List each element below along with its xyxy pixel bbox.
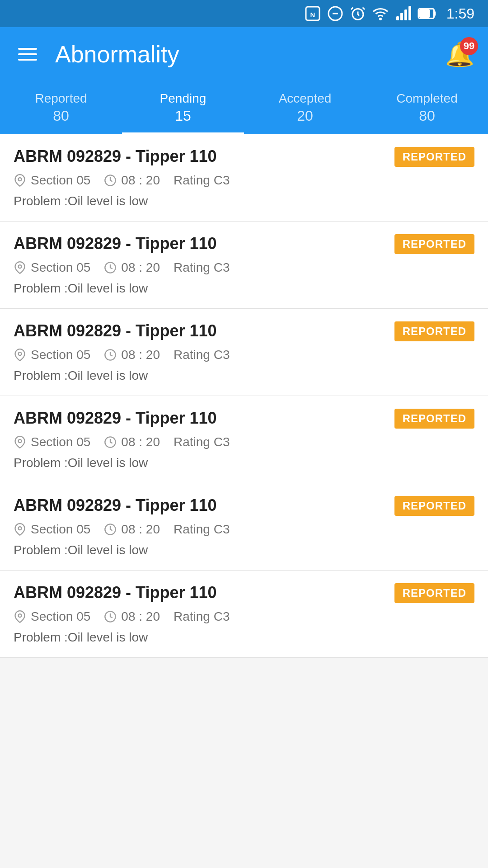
rating-text-4: Rating C3 — [174, 522, 230, 537]
tab-completed-count: 80 — [419, 108, 435, 124]
svg-point-15 — [19, 178, 22, 181]
svg-rect-14 — [420, 10, 429, 17]
section-text-2: Section 05 — [31, 348, 90, 362]
list-item[interactable]: ABRM 092829 - Tipper 110 REPORTED Sectio… — [0, 309, 488, 396]
notification-icon-wrap: 🔔 99 — [445, 41, 474, 68]
list-item[interactable]: ABRM 092829 - Tipper 110 REPORTED Sectio… — [0, 396, 488, 483]
location-meta-0: Section 05 — [14, 173, 90, 188]
list-item[interactable]: ABRM 092829 - Tipper 110 REPORTED Sectio… — [0, 483, 488, 571]
tabs-container: Reported 80 Pending 15 Accepted 20 Compl… — [0, 81, 488, 134]
location-meta-5: Section 05 — [14, 609, 90, 624]
tab-reported-count: 80 — [53, 108, 69, 124]
tab-pending[interactable]: Pending 15 — [122, 81, 244, 134]
location-icon-4 — [14, 523, 26, 536]
clock-icon-4 — [104, 523, 117, 536]
location-meta-1: Section 05 — [14, 260, 90, 275]
rating-text-3: Rating C3 — [174, 435, 230, 449]
tab-accepted-label: Accepted — [279, 91, 332, 106]
rating-meta-4: Rating C3 — [174, 522, 230, 537]
clock-icon-1 — [104, 261, 117, 274]
time-text-2: 08 : 20 — [121, 348, 160, 362]
svg-point-25 — [19, 614, 22, 617]
time-meta-0: 08 : 20 — [104, 173, 160, 188]
notification-badge: 99 — [460, 37, 478, 55]
item-title-4: ABRM 092829 - Tipper 110 — [14, 496, 217, 515]
location-icon-3 — [14, 436, 26, 448]
item-title-2: ABRM 092829 - Tipper 110 — [14, 321, 217, 340]
status-badge-3: REPORTED — [394, 409, 474, 429]
status-bar: N — [0, 0, 488, 27]
status-badge-1: REPORTED — [394, 234, 474, 254]
list-item-header-0: ABRM 092829 - Tipper 110 REPORTED — [14, 147, 474, 167]
svg-point-7 — [380, 19, 381, 20]
problem-text-0: Problem :Oil level is low — [14, 194, 474, 208]
location-meta-4: Section 05 — [14, 522, 90, 537]
time-meta-4: 08 : 20 — [104, 522, 160, 537]
svg-point-17 — [19, 265, 22, 268]
svg-rect-10 — [404, 9, 407, 20]
rating-text-2: Rating C3 — [174, 348, 230, 362]
list-item[interactable]: ABRM 092829 - Tipper 110 REPORTED Sectio… — [0, 571, 488, 658]
time-meta-5: 08 : 20 — [104, 609, 160, 624]
tab-reported-label: Reported — [35, 91, 87, 106]
rating-meta-2: Rating C3 — [174, 348, 230, 362]
hamburger-button[interactable] — [14, 43, 42, 65]
time-meta-3: 08 : 20 — [104, 435, 160, 449]
location-icon-2 — [14, 349, 26, 361]
item-meta-3: Section 05 08 : 20 Rating C3 — [14, 435, 474, 449]
svg-rect-8 — [396, 16, 399, 20]
time-text-5: 08 : 20 — [121, 609, 160, 624]
list-item-header-3: ABRM 092829 - Tipper 110 REPORTED — [14, 409, 474, 429]
list-item-header-4: ABRM 092829 - Tipper 110 REPORTED — [14, 496, 474, 516]
section-text-4: Section 05 — [31, 522, 90, 537]
tab-pending-label: Pending — [160, 91, 206, 106]
clock-icon-3 — [104, 436, 117, 448]
rating-text-5: Rating C3 — [174, 609, 230, 624]
svg-rect-9 — [400, 13, 403, 21]
item-title-3: ABRM 092829 - Tipper 110 — [14, 409, 217, 428]
tab-accepted[interactable]: Accepted 20 — [244, 81, 366, 134]
item-title-5: ABRM 092829 - Tipper 110 — [14, 583, 217, 602]
clock-icon-5 — [104, 610, 117, 623]
app-bar: Abnormality 🔔 99 — [0, 27, 488, 81]
alarm-icon — [350, 5, 366, 22]
list-container: ABRM 092829 - Tipper 110 REPORTED Sectio… — [0, 134, 488, 658]
hamburger-line-2 — [18, 53, 37, 55]
location-icon-0 — [14, 174, 26, 187]
minus-circle-icon — [327, 5, 343, 22]
svg-point-23 — [19, 527, 22, 530]
svg-point-21 — [19, 439, 22, 443]
status-icons: N — [305, 5, 438, 22]
svg-line-5 — [351, 8, 353, 10]
nfc-icon: N — [305, 5, 321, 22]
status-badge-4: REPORTED — [394, 496, 474, 516]
location-meta-2: Section 05 — [14, 348, 90, 362]
list-item[interactable]: ABRM 092829 - Tipper 110 REPORTED Sectio… — [0, 222, 488, 309]
problem-text-2: Problem :Oil level is low — [14, 368, 474, 383]
item-title-1: ABRM 092829 - Tipper 110 — [14, 234, 217, 253]
list-item-header-2: ABRM 092829 - Tipper 110 REPORTED — [14, 321, 474, 341]
rating-meta-1: Rating C3 — [174, 260, 230, 275]
tab-completed[interactable]: Completed 80 — [366, 81, 488, 134]
status-badge-2: REPORTED — [394, 321, 474, 341]
status-badge-5: REPORTED — [394, 583, 474, 603]
rating-text-0: Rating C3 — [174, 173, 230, 188]
location-icon-5 — [14, 610, 26, 623]
item-meta-2: Section 05 08 : 20 Rating C3 — [14, 348, 474, 362]
item-title-0: ABRM 092829 - Tipper 110 — [14, 147, 217, 166]
hamburger-line-1 — [18, 48, 37, 50]
tab-accepted-count: 20 — [297, 108, 313, 124]
app-title: Abnormality — [55, 41, 179, 68]
list-item[interactable]: ABRM 092829 - Tipper 110 REPORTED Sectio… — [0, 134, 488, 222]
notification-button[interactable]: 🔔 99 — [445, 41, 474, 68]
section-text-1: Section 05 — [31, 260, 90, 275]
tab-reported[interactable]: Reported 80 — [0, 81, 122, 134]
time-meta-1: 08 : 20 — [104, 260, 160, 275]
time-text-3: 08 : 20 — [121, 435, 160, 449]
list-item-header-1: ABRM 092829 - Tipper 110 REPORTED — [14, 234, 474, 254]
battery-icon — [418, 5, 438, 22]
rating-meta-0: Rating C3 — [174, 173, 230, 188]
item-meta-4: Section 05 08 : 20 Rating C3 — [14, 522, 474, 537]
location-icon-1 — [14, 261, 26, 274]
rating-text-1: Rating C3 — [174, 260, 230, 275]
